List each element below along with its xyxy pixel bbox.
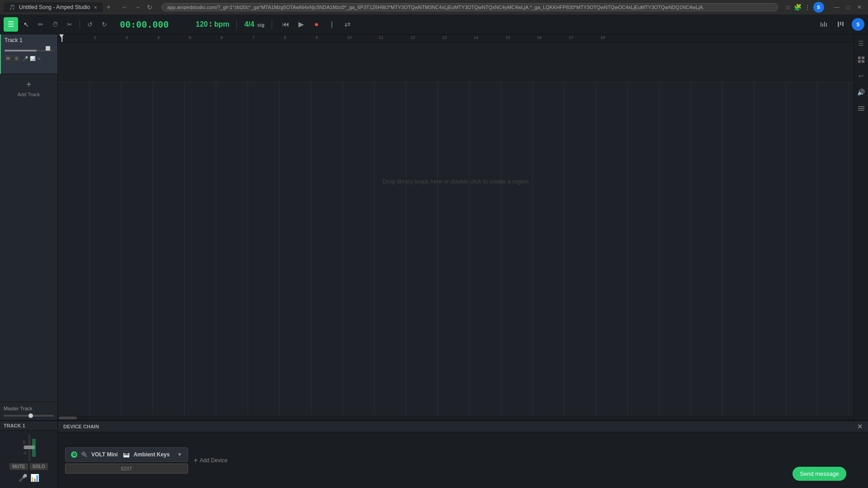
master-track-area: Master Track	[0, 402, 57, 420]
device-item[interactable]: ⏻ 🔌 VOLT Mini 🎹 Ambient Keys ▼	[65, 447, 188, 462]
loop-button[interactable]: ⇄	[341, 18, 354, 31]
eq-input-button[interactable]: 📊	[30, 474, 39, 482]
right-sidebar: ☰ ↩ 🔊	[854, 34, 868, 420]
clock-icon: ⏱	[52, 21, 58, 28]
forward-button[interactable]: →	[132, 3, 142, 12]
device-chain-content: ⏻ 🔌 VOLT Mini 🎹 Ambient Keys ▼ EDIT + Ad…	[58, 432, 868, 488]
rewind-button[interactable]: ⏮	[279, 18, 292, 31]
device-chain: DEVICE CHAIN ✕ ⏻ 🔌 VOLT Mini 🎹 Ambient K…	[58, 421, 868, 488]
fader-area: 6 0 -6	[22, 434, 36, 461]
bpm-display: 120 ▲ ▼ bpm	[196, 20, 229, 28]
playhead[interactable]	[61, 34, 62, 42]
send-message-button[interactable]: Send message	[793, 467, 846, 481]
svg-rect-32	[858, 56, 861, 59]
track-mute-button-1[interactable]: M	[5, 55, 12, 61]
time-sig-display: 4/4 sig	[244, 20, 264, 28]
mixer-button[interactable]	[817, 18, 830, 31]
ruler-mark-14: 14	[474, 35, 478, 40]
device-chain-header: DEVICE CHAIN ✕	[58, 421, 868, 432]
undo-button[interactable]: ↺	[84, 18, 96, 31]
add-device-button[interactable]: + Add Device	[193, 456, 227, 465]
toolbar: ☰ ↖ ✏ ⏱ ✂ ↺ ↻ 00:00.000 120 ▲ ▼ bpm	[0, 14, 868, 34]
device-dropdown-button[interactable]: ▼	[177, 451, 182, 458]
bottom-mixer: 6 0 -6 MUTE SOLO	[0, 431, 57, 486]
play-icon: ▶	[298, 20, 304, 28]
horizontal-scrollbar[interactable]	[58, 416, 854, 420]
bottom-track-info: TRACK 1 6 0 -6	[0, 421, 58, 488]
refresh-button[interactable]: ↻	[145, 3, 154, 12]
track-wave-button-1[interactable]: ∿	[37, 56, 41, 61]
record-button[interactable]: ●	[310, 18, 323, 31]
track-lanes[interactable]: Drop library loops here or double click …	[58, 42, 854, 416]
tab-close-button[interactable]: ✕	[94, 5, 97, 10]
minimize-button[interactable]: —	[831, 3, 842, 11]
select-icon: ↖	[24, 21, 29, 28]
transport-controls: ⏮ ▶ ● | ⇄	[279, 18, 354, 31]
back-button[interactable]: ←	[120, 3, 130, 12]
track-item-1[interactable]: Track 1 M S 🎤 📊 ∿	[0, 34, 57, 74]
bpm-arrows[interactable]: ▲ ▼	[209, 21, 212, 28]
svg-rect-5	[840, 22, 841, 25]
ruler-mark-2: 2	[94, 35, 96, 40]
scrollbar-thumb[interactable]	[59, 417, 77, 419]
device-chain-close-button[interactable]: ✕	[857, 423, 863, 430]
metronome-button[interactable]: |	[326, 18, 338, 31]
clock-tool-button[interactable]: ⏱	[49, 18, 61, 31]
volume-fader[interactable]	[28, 434, 30, 461]
add-track-label: Add Track	[18, 92, 40, 97]
profile-button[interactable]: S	[813, 2, 824, 13]
add-device-label: Add Device	[200, 457, 227, 464]
sidebar-grid-icon[interactable]	[856, 54, 867, 65]
new-tab-button[interactable]: +	[104, 3, 112, 11]
menu-icon: ☰	[8, 20, 14, 28]
close-window-button[interactable]: ✕	[854, 3, 864, 11]
ruler-mark-12: 12	[410, 35, 415, 40]
mic-input-button[interactable]: 🎤	[19, 474, 28, 482]
bpm-label: bpm	[214, 20, 230, 28]
sidebar-undo-icon[interactable]: ↩	[856, 70, 867, 81]
maximize-button[interactable]: □	[844, 3, 853, 11]
solo-button[interactable]: SOLO	[30, 463, 48, 470]
ruler-mark-10: 10	[347, 35, 352, 40]
bookmark-icon[interactable]: ☆	[785, 4, 791, 11]
tab-favicon: 🎵	[9, 5, 15, 10]
bpm-down-arrow[interactable]: ▼	[209, 24, 212, 28]
add-device-icon: +	[193, 456, 198, 465]
track-solo-button-1[interactable]: S	[14, 55, 20, 61]
track-eq-button-1[interactable]: 📊	[30, 56, 35, 61]
device-chain-title: DEVICE CHAIN	[63, 424, 99, 429]
device-audio-icon: 🔌	[81, 451, 88, 458]
track-lane-1[interactable]	[58, 42, 854, 82]
piano-roll-button[interactable]	[835, 18, 847, 31]
track-volume-fill-1	[5, 50, 37, 52]
device-power-button[interactable]: ⏻	[71, 451, 77, 458]
track-volume-knob-1[interactable]	[46, 46, 50, 51]
track-arm-button-1[interactable]: 🎤	[23, 56, 28, 61]
svg-rect-35	[862, 60, 864, 63]
master-volume-knob[interactable]	[28, 413, 33, 418]
sidebar-library-icon[interactable]: ☰	[856, 38, 867, 49]
mute-button[interactable]: MUTE	[9, 463, 28, 470]
sidebar-settings-icon[interactable]	[856, 103, 867, 114]
play-button[interactable]: ▶	[295, 18, 307, 31]
add-track-area[interactable]: + Add Track	[0, 74, 57, 103]
menu-button[interactable]: ☰	[4, 17, 18, 32]
timeline-ruler: 1 2 3 4 5 6 7 8 9 10 11 12 13 14	[58, 34, 854, 42]
sidebar-sound-icon[interactable]: 🔊	[856, 87, 867, 98]
device-name: VOLT Mini	[91, 451, 118, 458]
redo-button[interactable]: ↻	[98, 18, 111, 31]
extension-icon[interactable]: 🧩	[794, 4, 802, 11]
pencil-icon: ✏	[38, 21, 43, 28]
pencil-tool-button[interactable]: ✏	[34, 18, 47, 31]
scissors-tool-button[interactable]: ✂	[63, 18, 76, 31]
svg-rect-33	[862, 56, 864, 59]
chrome-menu-icon[interactable]: ⋮	[804, 4, 811, 11]
user-avatar[interactable]: S	[852, 18, 864, 31]
device-edit-button[interactable]: EDIT	[65, 464, 188, 474]
address-bar[interactable]: app.ampedstudio.com/?_gl=1*zkt20c*_ga*MT…	[161, 3, 778, 11]
active-tab[interactable]: 🎵 Untitled Song - Amped Studio ✕	[4, 2, 103, 12]
master-track-label: Master Track	[4, 406, 54, 411]
select-tool-button[interactable]: ↖	[20, 18, 33, 31]
track-name-1: Track 1	[5, 37, 54, 43]
time-display: 00:00.000	[120, 19, 183, 30]
